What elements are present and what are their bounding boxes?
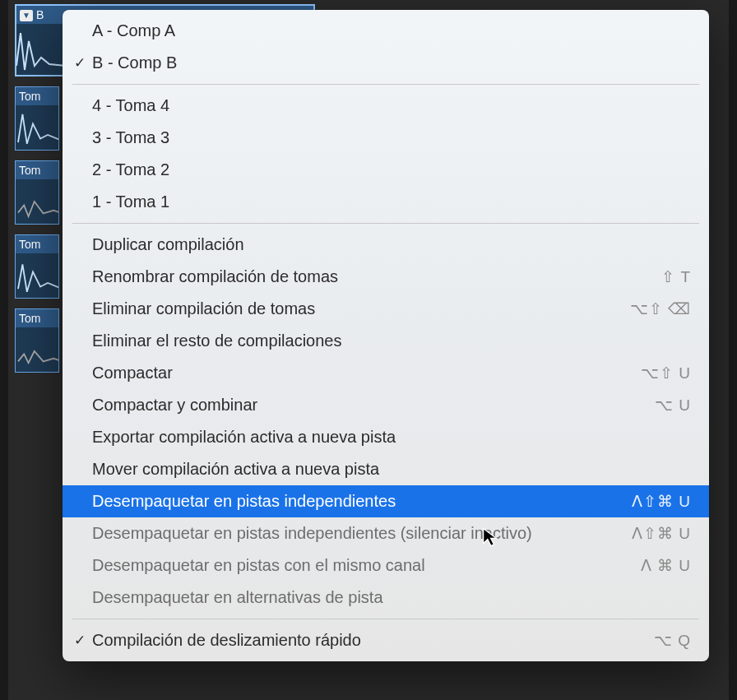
waveform-icon xyxy=(16,105,58,150)
action-item[interactable]: Eliminar el resto de compilaciones xyxy=(63,325,709,357)
checkmark-icon: ✓ xyxy=(74,632,86,649)
keyboard-shortcut: ⌥⇧ U xyxy=(641,364,691,382)
comp-label: B - Comp B xyxy=(92,53,691,72)
action-label: Eliminar compilación de tomas xyxy=(92,299,630,318)
action-label: Renombrar compilación de tomas xyxy=(92,267,661,286)
region-label: B xyxy=(36,8,44,21)
take-folder-context-menu: A - Comp A✓B - Comp B 4 - Toma 43 - Toma… xyxy=(63,10,709,661)
take-region-header: Tom xyxy=(16,87,58,105)
take-item[interactable]: 4 - Toma 4 xyxy=(63,90,709,122)
action-item[interactable]: Compactar⌥⇧ U xyxy=(63,357,709,389)
take-region-header: Tom xyxy=(16,235,58,253)
takes-section: 4 - Toma 43 - Toma 32 - Toma 21 - Toma 1 xyxy=(63,90,709,218)
take-region[interactable]: Tom xyxy=(15,86,59,151)
comps-section: A - Comp A✓B - Comp B xyxy=(63,15,709,79)
action-label: Exportar compilación activa a nueva pist… xyxy=(92,428,691,447)
take-region[interactable]: Tom xyxy=(15,308,59,373)
comp-item[interactable]: ✓B - Comp B xyxy=(63,47,709,79)
action-label: Desempaquetar en pistas independientes xyxy=(92,492,632,511)
keyboard-shortcut: ⌥⇧ ⌫ xyxy=(630,299,691,318)
action-item[interactable]: Compactar y combinar⌥ U xyxy=(63,389,709,421)
action-label: Desempaquetar en pistas con el mismo can… xyxy=(92,556,641,575)
waveform-icon xyxy=(16,179,58,224)
action-label: Eliminar el resto de compilaciones xyxy=(92,331,691,350)
action-label: Duplicar compilación xyxy=(92,235,691,254)
actions-section: Duplicar compilaciónRenombrar compilació… xyxy=(63,229,709,614)
action-label: Compactar y combinar xyxy=(92,396,655,415)
keyboard-shortcut: ⌥ Q xyxy=(654,631,691,650)
action-item[interactable]: Desempaquetar en pistas independientesᐱ⇧… xyxy=(63,485,709,517)
action-item[interactable]: Renombrar compilación de tomas⇧ T xyxy=(63,261,709,293)
keyboard-shortcut: ᐱ⇧⌘ U xyxy=(632,492,691,511)
action-item[interactable]: Desempaquetar en alternativas de pista xyxy=(63,582,709,614)
quick-swipe-label: Compilación de deslizamiento rápido xyxy=(92,631,654,650)
keyboard-shortcut: ⇧ T xyxy=(661,267,691,286)
actions-section: ✓Compilación de deslizamiento rápido⌥ Q xyxy=(63,624,709,656)
keyboard-shortcut: ᐱ ⌘ U xyxy=(641,556,691,575)
take-item[interactable]: 3 - Toma 3 xyxy=(63,122,709,154)
take-label: 2 - Toma 2 xyxy=(92,160,691,179)
action-item[interactable]: Mover compilación activa a nueva pista xyxy=(63,453,709,485)
take-region-header: Tom xyxy=(16,309,58,327)
action-item[interactable]: Desempaquetar en pistas con el mismo can… xyxy=(63,549,709,582)
menu-separator xyxy=(72,84,699,85)
action-item[interactable]: Eliminar compilación de tomas⌥⇧ ⌫ xyxy=(63,293,709,325)
waveform-icon xyxy=(16,253,58,298)
quick-swipe-item[interactable]: ✓Compilación de deslizamiento rápido⌥ Q xyxy=(63,624,709,656)
action-label: Compactar xyxy=(92,364,641,382)
action-label: Desempaquetar en alternativas de pista xyxy=(92,588,691,607)
action-item[interactable]: Desempaquetar en pistas independientes (… xyxy=(63,517,709,549)
comp-item[interactable]: A - Comp A xyxy=(63,15,709,47)
action-item[interactable]: Exportar compilación activa a nueva pist… xyxy=(63,421,709,453)
disclosure-triangle-icon[interactable]: ▼ xyxy=(20,10,33,21)
take-label: 4 - Toma 4 xyxy=(92,96,691,115)
action-label: Desempaquetar en pistas independientes (… xyxy=(92,524,632,543)
action-item[interactable]: Duplicar compilación xyxy=(63,229,709,261)
waveform-icon xyxy=(16,327,58,372)
take-item[interactable]: 2 - Toma 2 xyxy=(63,154,709,186)
take-label: 3 - Toma 3 xyxy=(92,128,691,147)
checkmark-icon: ✓ xyxy=(74,54,86,72)
take-region[interactable]: Tom xyxy=(15,160,59,225)
action-label: Mover compilación activa a nueva pista xyxy=(92,460,691,479)
keyboard-shortcut: ⌥ U xyxy=(655,396,691,415)
take-region-header: Tom xyxy=(16,161,58,179)
keyboard-shortcut: ᐱ⇧⌘ U xyxy=(632,524,691,543)
take-region[interactable]: Tom xyxy=(15,234,59,299)
menu-separator xyxy=(72,619,699,619)
menu-separator xyxy=(72,223,699,224)
comp-label: A - Comp A xyxy=(92,21,691,40)
take-item[interactable]: 1 - Toma 1 xyxy=(63,186,709,218)
take-label: 1 - Toma 1 xyxy=(92,192,691,211)
